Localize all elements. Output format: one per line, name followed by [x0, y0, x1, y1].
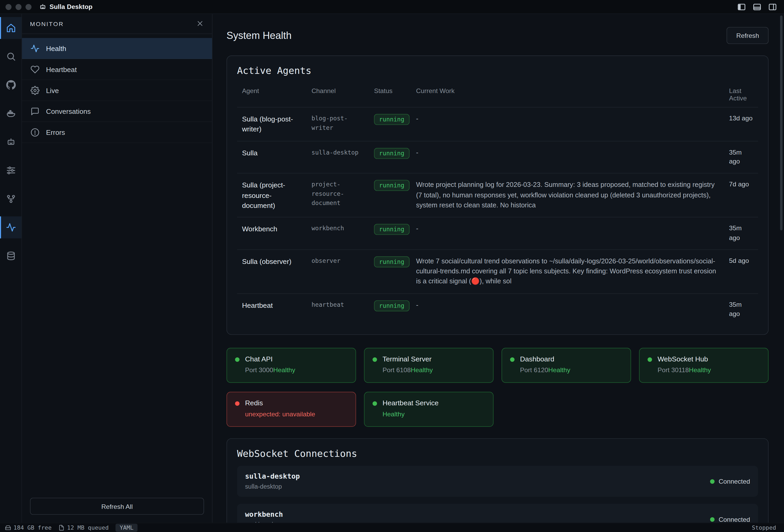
workflow-icon [6, 194, 16, 204]
maximize-window-button[interactable] [26, 4, 32, 10]
filters-icon [6, 165, 16, 175]
service-name: WebSocket Hub [657, 355, 711, 363]
scrollbar[interactable] [780, 16, 783, 231]
connected-dot [710, 479, 715, 484]
minimize-window-button[interactable] [16, 4, 22, 10]
status-badge: running [374, 148, 409, 159]
agent-name: Sulla [242, 148, 311, 158]
service-status-grid: Chat API Port 3000Healthy Terminal Serve… [226, 348, 768, 427]
activity-icon [30, 43, 39, 53]
service-card[interactable]: Dashboard Port 6120Healthy [502, 348, 631, 383]
websocket-row: workbench workbench Connected [237, 504, 758, 523]
github-icon [6, 80, 16, 90]
monitor-item-list: Health Heartbeat Live Conversati [22, 34, 212, 143]
connected-label: Connected [719, 478, 750, 485]
agent-name: Sulla (observer) [242, 256, 311, 267]
service-card[interactable]: Heartbeat Service Healthy [364, 392, 494, 427]
service-name: Terminal Server [383, 355, 432, 363]
monitor-item[interactable]: Errors [22, 122, 212, 143]
refresh-all-button[interactable]: Refresh All [30, 498, 204, 515]
agent-last-active: 13d ago [729, 114, 753, 123]
rail-item[interactable] [0, 17, 22, 39]
agent-channel: heartbeat [312, 300, 374, 309]
status-badge: running [374, 256, 409, 267]
status-badge: running [374, 300, 409, 311]
close-icon[interactable] [196, 20, 204, 28]
service-status: Healthy [689, 366, 711, 374]
service-status-dot [647, 357, 652, 362]
service-card[interactable]: Redis unexpected: unavailable [226, 392, 356, 427]
connected-label: Connected [719, 516, 750, 523]
main-content: System Health Refresh Active Agents Agen… [213, 14, 784, 523]
column-current-work: Current Work [416, 87, 729, 95]
monitor-item[interactable]: Live [22, 80, 212, 101]
rail-item[interactable] [0, 245, 22, 267]
rail-item[interactable] [0, 188, 22, 210]
agent-name: Sulla (blog-post-writer) [242, 114, 311, 134]
agent-row: Sulla sulla-desktop running - 35m ago [237, 141, 758, 173]
active-agents-title: Active Agents [237, 65, 758, 76]
agent-channel: workbench [312, 224, 374, 233]
agent-current-work: - [416, 224, 729, 234]
titlebar-actions [737, 2, 784, 11]
toggle-left-panel-button[interactable] [737, 2, 746, 11]
agent-channel: blog-post-writer [312, 114, 374, 132]
rail-item[interactable] [0, 131, 22, 153]
service-card[interactable]: WebSocket Hub Port 30118Healthy [639, 348, 768, 383]
service-name: Redis [245, 399, 315, 407]
toggle-bottom-panel-button[interactable] [752, 2, 761, 11]
monitor-item[interactable]: Health [22, 38, 212, 59]
disk-free-label: 184 GB free [13, 524, 52, 531]
status-badge: running [374, 224, 409, 235]
service-status: Healthy [411, 366, 433, 374]
heart-icon [30, 65, 39, 73]
service-detail: Port 30118 [657, 366, 689, 374]
gear-icon [30, 86, 39, 95]
rail-item[interactable] [0, 46, 22, 67]
connected-dot [710, 517, 715, 522]
agents-table-header: Agent Channel Status Current Work Last A… [237, 82, 758, 107]
websocket-status: Connected [710, 516, 750, 523]
monitor-item[interactable]: Conversations [22, 101, 212, 122]
monitor-item-label: Conversations [46, 107, 91, 115]
service-status-dot [510, 357, 514, 362]
agent-last-active: 5d ago [729, 256, 753, 266]
service-card[interactable]: Chat API Port 3000Healthy [226, 348, 356, 383]
status-badge: running [374, 180, 409, 191]
app-title-label: Sulla Desktop [50, 3, 92, 10]
agent-row: Heartbeat heartbeat running - 35m ago [237, 293, 758, 325]
agent-name: Workbench [242, 224, 311, 234]
service-status: Healthy [548, 366, 570, 374]
monitor-panel: MONITOR Health Heartbeat [22, 14, 213, 523]
websocket-name: sulla-desktop [245, 472, 300, 480]
agent-row: Workbench workbench running - 35m ago [237, 217, 758, 249]
docker-icon [6, 109, 16, 119]
monitor-item-label: Errors [46, 128, 65, 136]
service-card[interactable]: Terminal Server Port 6108Healthy [364, 348, 494, 383]
rail-item[interactable] [0, 102, 22, 125]
disk-free-indicator: 184 GB free [5, 524, 52, 531]
bot-icon [6, 137, 16, 147]
monitor-item[interactable]: Heartbeat [22, 59, 212, 80]
service-status: unexpected: unavailable [245, 411, 315, 418]
status-badge: running [374, 114, 409, 125]
rail-item[interactable] [0, 216, 22, 238]
rail-item[interactable] [0, 159, 22, 182]
agent-row: Sulla (blog-post-writer) blog-post-write… [237, 107, 758, 141]
file-icon [59, 525, 65, 531]
toggle-right-panel-button[interactable] [768, 2, 777, 11]
monitor-item-label: Heartbeat [46, 65, 77, 73]
close-window-button[interactable] [5, 4, 11, 10]
agent-last-active: 7d ago [729, 180, 753, 189]
app-window: Sulla Desktop [0, 0, 784, 532]
agent-current-work: - [416, 148, 729, 158]
agent-last-active: 35m ago [729, 148, 753, 167]
column-channel: Channel [312, 87, 374, 95]
agent-channel: project-resource-document [312, 180, 374, 208]
service-status-dot [372, 402, 377, 406]
format-badge[interactable]: YAML [116, 524, 138, 532]
agent-row: Sulla (project-resource-document) projec… [237, 173, 758, 217]
refresh-button[interactable]: Refresh [727, 27, 768, 44]
agent-current-work: Wrote project planning log for 2026-03-2… [416, 180, 729, 210]
rail-item[interactable] [0, 74, 22, 96]
